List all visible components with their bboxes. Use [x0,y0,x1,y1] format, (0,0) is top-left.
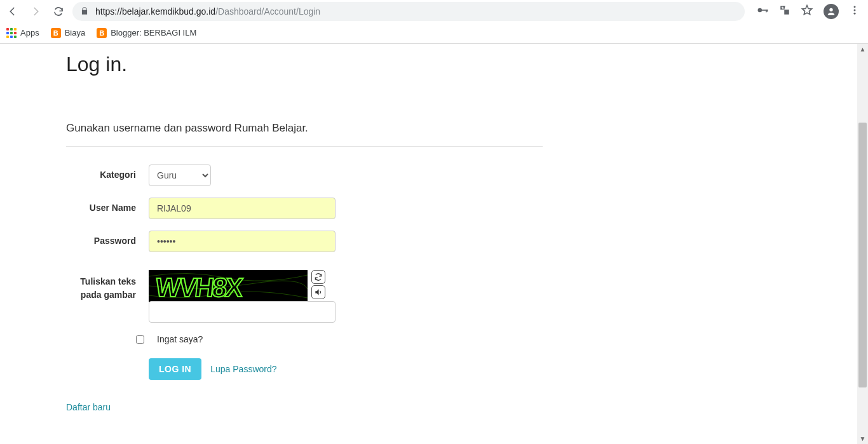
back-button[interactable] [4,3,22,20]
refresh-icon [314,272,323,281]
row-actions: LOG IN Lupa Password? [66,358,447,380]
row-username: User Name [66,198,447,219]
bookmark-blogger-label: Blogger: BERBAGI ILM [111,28,196,37]
label-captcha: Tuliskan teks pada gambar [66,270,149,302]
page-viewport: Log in. Gunakan username dan password Ru… [0,43,868,444]
label-kategori: Kategori [66,165,149,180]
bookmark-biaya-label: Biaya [65,28,86,37]
reload-icon [53,6,64,17]
bookmark-biaya[interactable]: B Biaya [51,28,86,38]
label-username: User Name [66,198,149,213]
vertical-scrollbar[interactable]: ▲ ▼ [857,44,868,444]
browser-toolbar: https://belajar.kemdikbud.go.id/Dashboar… [0,0,868,23]
svg-point-4 [829,8,832,11]
lock-icon [80,6,89,17]
star-icon[interactable] [801,4,813,19]
blogger-icon: B [97,28,107,38]
captcha-refresh-button[interactable] [311,270,325,284]
blogger-icon: B [51,28,61,38]
svg-point-7 [854,13,856,15]
login-page: Log in. Gunakan username dan password Ru… [0,53,855,413]
svg-text:WVH8X: WVH8X [154,272,245,302]
svg-point-5 [854,6,856,8]
password-input[interactable] [149,231,336,252]
captcha-image: WVH8X [149,270,308,302]
kategori-select[interactable]: Guru [149,165,211,186]
address-bar[interactable]: https://belajar.kemdikbud.go.id/Dashboar… [72,2,745,21]
scroll-track[interactable] [857,55,868,433]
svg-point-6 [854,10,856,11]
apps-bookmark[interactable]: Apps [6,28,39,38]
row-kategori: Kategori Guru [66,165,447,186]
svg-rect-3 [767,10,768,11]
register-link[interactable]: Daftar baru [66,402,111,412]
remember-checkbox[interactable] [136,335,144,344]
scroll-down-arrow[interactable]: ▼ [857,433,868,444]
arrow-left-icon [7,6,18,17]
row-password: Password [66,231,447,252]
username-input[interactable] [149,198,336,219]
forgot-password-link[interactable]: Lupa Password? [210,364,276,374]
key-icon[interactable] [756,4,769,19]
remember-label: Ingat saya? [157,334,203,344]
speaker-icon [314,288,323,297]
arrow-right-icon [30,6,41,17]
login-button[interactable]: LOG IN [149,358,201,380]
divider [66,146,543,147]
bookmark-blogger[interactable]: B Blogger: BERBAGI ILM [97,28,196,38]
forward-button[interactable] [27,3,44,20]
label-password: Password [66,231,149,246]
scroll-thumb[interactable] [858,123,867,387]
apps-grid-icon [6,28,17,38]
translate-icon[interactable] [779,4,790,18]
reload-button[interactable] [50,3,67,20]
url-host: belajar.kemdikbud.go.id [122,6,215,17]
row-remember: Ingat saya? [66,334,447,344]
bookmarks-bar: Apps B Biaya B Blogger: BERBAGI ILM [0,23,868,43]
login-form: Kategori Guru User Name Password [66,165,447,413]
svg-point-0 [758,8,763,13]
url-text: https://belajar.kemdikbud.go.id/Dashboar… [95,6,737,17]
row-captcha: Tuliskan teks pada gambar WV [66,270,447,323]
profile-avatar[interactable] [824,4,839,19]
scroll-up-arrow[interactable]: ▲ [857,44,868,55]
kebab-menu-icon[interactable] [849,4,860,18]
toolbar-right-icons [750,4,864,19]
apps-bookmark-label: Apps [20,28,39,37]
page-subtitle: Gunakan username dan password Rumah Bela… [66,122,855,135]
svg-rect-2 [766,10,767,12]
url-path: /Dashboard/Account/Login [215,6,320,17]
page-title: Log in. [66,53,855,76]
captcha-audio-button[interactable] [311,285,325,299]
captcha-input[interactable] [149,301,336,323]
